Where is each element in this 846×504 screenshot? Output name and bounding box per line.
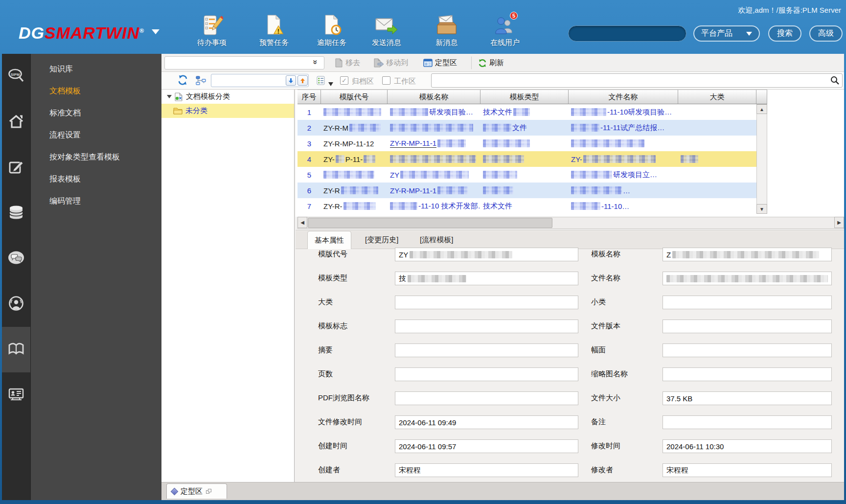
sidebar-item-1[interactable]: 知识库 [31, 60, 162, 78]
scrollbar-thumb[interactable] [308, 218, 552, 228]
refresh-button[interactable]: 刷新 [478, 56, 504, 69]
scroll-down-button[interactable]: ▼ [756, 204, 767, 214]
sync-icon[interactable] [177, 75, 188, 88]
scroll-left-button[interactable]: ◀ [297, 217, 307, 228]
column-header-file[interactable]: 文件名称 [569, 90, 678, 104]
archive-area-checkbox[interactable]: ✓ [340, 76, 348, 85]
field-value-R8[interactable]: 2024-06-11 10:30 [663, 439, 832, 453]
field-value-L1[interactable]: 技 [395, 272, 578, 285]
find-next-button[interactable] [286, 75, 296, 86]
field-label-R1: 文件名称 [591, 274, 620, 283]
move-out-button[interactable]: 移去 [335, 56, 360, 69]
header-tool-overdue-task[interactable]: 逾期任务 [308, 14, 355, 47]
field-value-R6[interactable]: 37.5 KB [663, 391, 832, 405]
category-combo-box[interactable] [164, 56, 324, 69]
float-window-icon[interactable] [206, 489, 211, 494]
field-value-R7[interactable] [663, 415, 832, 429]
header-tool-online-users[interactable]: 5在线用户 [481, 14, 528, 47]
field-value-L5[interactable] [395, 367, 578, 381]
field-value-R3[interactable] [663, 320, 832, 333]
move-out-label: 移去 [345, 58, 360, 68]
id-card-icon [8, 387, 24, 404]
cell-cat [678, 183, 756, 198]
rail-item-broadcast-user[interactable] [2, 281, 30, 327]
sidebar-item-6[interactable]: 报表模板 [31, 170, 162, 188]
list-dropdown-caret-icon[interactable] [328, 79, 333, 88]
tab-basic-properties[interactable]: 基本属性 [307, 231, 351, 249]
vertical-scrollbar[interactable]: ▲ ▼ [756, 104, 767, 214]
header-tool-todo-list[interactable]: 待办事项 [188, 14, 235, 47]
field-value-L3[interactable] [395, 320, 578, 333]
field-value-R4[interactable] [663, 344, 832, 357]
field-value-L8[interactable]: 2024-06-11 09:57 [395, 439, 578, 453]
column-header-code[interactable]: 模版代号 [321, 90, 388, 104]
tab-process-template[interactable]: [流程模板] [413, 231, 460, 249]
logo-registered-mark: ® [139, 27, 144, 34]
field-value-L7[interactable]: 2024-06-11 09:49 [395, 415, 578, 429]
sidebar-item-2[interactable]: 文档模板 [31, 82, 162, 100]
sidebar-item-7[interactable]: 编码管理 [31, 192, 162, 210]
tree-node-root[interactable]: 文档模板分类 [161, 90, 294, 104]
dingxing-area-button[interactable]: 定型区 [423, 56, 457, 69]
table-row[interactable]: 1研发项目验…技术文件-11-10研发项目验… [297, 104, 756, 120]
table-row[interactable]: 2ZY-R-M文件-11-11试产总结报… [297, 120, 756, 136]
field-value-L6[interactable] [395, 391, 578, 405]
view-list-icon[interactable] [317, 76, 326, 87]
field-value-L0[interactable]: ZY [395, 248, 578, 261]
tree-node-unclassified[interactable]: 未分类 [161, 104, 294, 118]
table-row[interactable]: 5ZY研发项目立… [297, 167, 756, 183]
plm-window: 欢迎,adm！/服务器:PLM Server DGSMARTWIN® 待办事项预… [0, 0, 846, 504]
table-search-input[interactable] [431, 73, 843, 88]
search-scope-select[interactable]: 平台产品 [693, 25, 760, 42]
rail-item-sipm-search[interactable]: SIPM [2, 54, 30, 99]
hierarchy-icon[interactable] [196, 76, 206, 88]
rail-item-edit[interactable] [2, 145, 30, 190]
field-value-R0[interactable]: Z [663, 248, 832, 261]
scroll-right-button[interactable]: ▶ [834, 217, 844, 228]
rail-item-open-book[interactable] [2, 327, 30, 372]
rail-item-home[interactable] [2, 99, 30, 145]
censored-block [571, 139, 644, 147]
field-value-L9[interactable]: 宋程程 [395, 463, 578, 477]
field-value-L2[interactable] [395, 296, 578, 309]
column-header-type[interactable]: 模板类型 [480, 90, 569, 104]
column-header-name[interactable]: 模板名称 [388, 90, 480, 104]
move-to-button[interactable]: 移动到 [373, 56, 408, 69]
tree-expand-icon[interactable] [167, 95, 172, 98]
header-tool-warning-task[interactable]: 预警任务 [251, 14, 297, 47]
workspace-checkbox[interactable] [382, 76, 390, 85]
sidebar-item-4[interactable]: 流程设置 [31, 126, 162, 144]
logo-dropdown-caret-icon[interactable] [152, 29, 160, 34]
column-header-cat[interactable]: 大类 [678, 90, 756, 104]
sidebar-item-5[interactable]: 按对象类型查看模板 [31, 148, 162, 166]
rail-item-database[interactable] [2, 190, 30, 236]
collapse-chevron-icon[interactable]: « [310, 60, 320, 64]
search-icon[interactable] [830, 76, 840, 87]
horizontal-scrollbar[interactable]: ◀ ▶ [297, 217, 844, 229]
rail-item-chat[interactable] [2, 236, 30, 281]
global-search-input[interactable] [568, 25, 686, 42]
table-row[interactable]: 3ZY-R-MP-11-12ZY-R-MP-11-1 [297, 136, 756, 151]
field-value-R9[interactable]: 宋程程 [663, 463, 832, 477]
header-tool-send-message[interactable]: 发送消息 [363, 14, 410, 47]
field-value-R5[interactable] [663, 367, 832, 381]
header-tool-new-message[interactable]: 新消息 [423, 14, 470, 47]
field-value-L4[interactable] [395, 344, 578, 357]
find-previous-button[interactable] [297, 75, 308, 86]
sidebar-item-3[interactable]: 标准文档 [31, 104, 162, 122]
tab-change-history[interactable]: [变更历史] [358, 231, 405, 249]
advanced-search-button[interactable]: 高级 [809, 25, 843, 42]
cell-text: -11-10… [601, 202, 629, 210]
rail-item-id-card[interactable] [2, 372, 30, 418]
table-row[interactable]: 4ZY-P-11-ZY- [297, 151, 756, 167]
column-header-num[interactable]: 序号 [297, 90, 321, 104]
dingxing-area-tab[interactable]: 定型区 [166, 483, 227, 499]
table-row[interactable]: 7ZY-R--11-10 技术开发部…技术文件-11-10… [297, 198, 756, 214]
scroll-up-button[interactable]: ▲ [756, 104, 767, 114]
search-button[interactable]: 搜索 [768, 25, 801, 42]
field-value-R2[interactable] [663, 296, 832, 309]
cell-type [480, 167, 569, 183]
field-value-R1[interactable] [663, 272, 832, 285]
table-row[interactable]: 6ZY-RZY-R-MP-11-1… [297, 183, 756, 198]
field-label-R2: 小类 [591, 298, 606, 307]
